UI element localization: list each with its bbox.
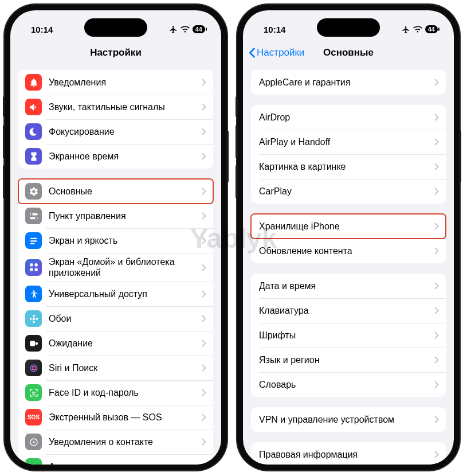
settings-group: Основные Пункт управления Экран и яркост… [18,179,213,465]
list-item[interactable]: Универсальный доступ [18,282,213,306]
chevron-right-icon [202,188,206,195]
list-item-label: Дата и время [259,280,431,291]
list-item-label: AirPlay и Handoff [259,136,431,147]
chevron-right-icon [202,315,206,322]
list-item-label: Экранное время [49,151,198,162]
list-item[interactable]: Siri и Поиск [18,356,213,380]
chevron-right-icon [434,223,439,230]
svg-point-23 [33,442,34,443]
list-item[interactable]: Обои [18,306,213,331]
status-icons: 44 [402,25,438,34]
list-item[interactable]: Face ID и код-пароль [18,380,213,405]
chevron-right-icon [202,153,206,160]
power-button [459,131,461,182]
list-item[interactable]: Фокусирование [18,119,213,144]
wifi-icon [413,26,422,33]
svg-point-20 [32,366,36,370]
switches-icon [25,208,42,224]
chevron-right-icon [434,79,439,86]
list-item-label: Обои [49,313,198,324]
settings-group: AppleCare и гарантия [251,70,446,95]
svg-point-13 [33,315,35,317]
list-item[interactable]: CarPlay [251,179,446,204]
list-item[interactable]: SOS Экстренный вызов — SOS [18,405,213,430]
svg-point-15 [29,318,32,320]
list-item[interactable]: Экран «Домой» и библиотека приложений [18,253,213,282]
nav-bar: Настройки Основные [243,41,454,64]
list-item[interactable]: AirDrop [251,105,446,130]
list-item[interactable]: Язык и регион [251,348,446,372]
settings-group: AirDrop AirPlay и Handoff Картинка в кар… [251,105,446,204]
chevron-right-icon [202,389,206,396]
svg-point-16 [36,318,38,320]
svg-rect-10 [34,268,37,271]
list-item[interactable]: Картинка в картинке [251,154,446,179]
list-item[interactable]: Дата и время [251,274,446,298]
list-item-label: Уведомления о контакте [49,436,198,447]
list-item[interactable]: Хранилище iPhone [251,214,446,239]
list-item[interactable]: Уведомления [18,70,213,95]
status-icons: 44 [169,25,205,34]
list-item[interactable]: AppleCare и гарантия [251,70,446,95]
list-item[interactable]: Пункт управления [18,204,213,228]
list-item[interactable]: Ожидание [18,331,213,356]
sun-icon [25,232,42,249]
chevron-right-icon [434,356,439,364]
list-item-label: Клавиатура [259,305,431,316]
svg-rect-4 [30,237,37,239]
list-item-label: AppleCare и гарантия [259,77,431,88]
access-icon [25,286,42,302]
chevron-right-icon [202,237,206,244]
battery-icon [25,458,42,465]
list-item[interactable]: Шрифты [251,323,446,348]
dynamic-island [317,18,380,37]
chevron-right-icon [202,128,206,135]
chevron-right-icon [434,282,439,290]
chevron-right-icon [434,247,439,255]
list-item-label: Словарь [259,379,431,390]
volume-button [236,96,238,117]
chevron-right-icon [202,340,206,347]
speaker-icon [25,99,42,115]
list-item[interactable]: Основные [18,179,213,204]
volume-button [3,165,5,198]
list-item[interactable]: VPN и управление устройством [251,407,446,432]
svg-rect-17 [30,341,35,346]
list-item[interactable]: Словарь [251,372,446,397]
settings-group: Хранилище iPhone Обновление контента [251,214,446,263]
settings-group: Дата и время Клавиатура Шрифты Язык и ре… [251,274,446,397]
list-item-label: Уведомления [49,77,198,88]
list-item-label: CarPlay [259,186,431,197]
chevron-right-icon [434,307,439,314]
svg-rect-6 [30,243,35,244]
moon-icon [25,123,42,140]
list-item[interactable]: Правовая информация [251,442,446,465]
list-item[interactable]: Экранное время [18,144,213,169]
volume-button [3,125,5,158]
dynamic-island [84,18,147,37]
svg-rect-9 [30,268,33,271]
settings-list[interactable]: Уведомления Звуки, тактильные сигналы Фо… [10,64,221,465]
list-item[interactable]: AirPlay и Handoff [251,130,446,154]
chevron-right-icon [434,416,439,423]
chevron-right-icon [434,163,439,170]
list-item[interactable]: Экран и яркость [18,228,213,253]
list-item-label: Основные [49,186,198,197]
phone-right: 10:14 44 Настройки Основные AppleCare и … [237,5,460,470]
list-item[interactable]: Звуки, тактильные сигналы [18,95,213,119]
page-title: Настройки [90,47,142,58]
list-item[interactable]: Уведомления о контакте [18,430,213,454]
list-item[interactable]: Клавиатура [251,298,446,323]
list-item[interactable]: Обновление контента [251,239,446,263]
general-list[interactable]: AppleCare и гарантия AirDrop AirPlay и H… [243,64,454,465]
hourglass-icon [25,148,42,165]
contact-icon [25,434,42,450]
standby-icon [25,335,42,352]
svg-point-2 [30,213,32,215]
settings-group: Правовая информация [251,442,446,465]
svg-point-12 [32,318,35,321]
back-button[interactable]: Настройки [249,47,304,58]
chevron-right-icon [434,138,439,146]
list-item-label: Универсальный доступ [49,288,198,299]
list-item[interactable]: Аккумулятор [18,454,213,465]
